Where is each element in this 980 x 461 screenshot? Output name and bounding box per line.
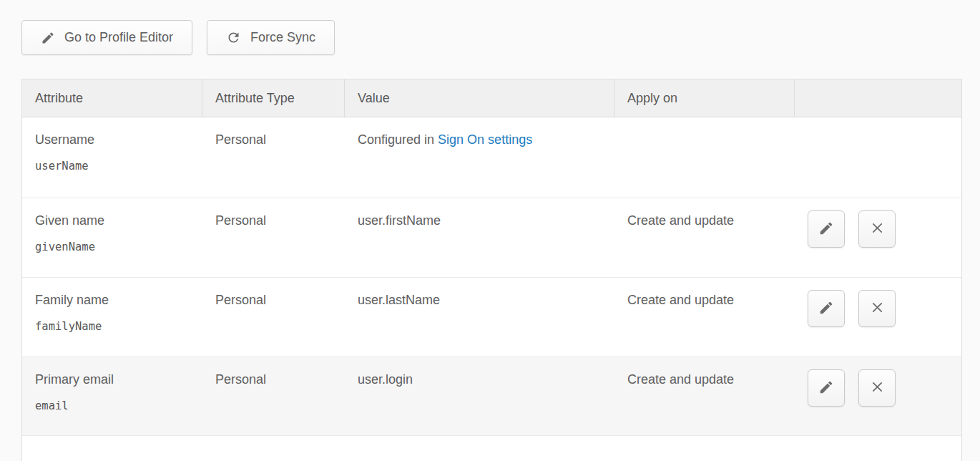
table-row-given-name: Given name givenName Personal user.first… bbox=[22, 198, 961, 277]
edit-attribute-button[interactable] bbox=[808, 290, 845, 327]
refresh-icon bbox=[226, 30, 241, 45]
pencil-icon bbox=[41, 31, 55, 45]
column-header-attribute-type: Attribute Type bbox=[202, 79, 345, 117]
attribute-mappings-table: Attribute Attribute Type Value Apply on … bbox=[21, 79, 962, 461]
attribute-cell: Primary email email bbox=[22, 357, 202, 435]
actions-cell bbox=[795, 117, 961, 198]
apply-on-cell bbox=[614, 117, 795, 198]
sign-on-settings-link[interactable]: Sign On settings bbox=[438, 132, 532, 147]
actions-cell bbox=[795, 357, 961, 435]
value-cell: user.firstName bbox=[345, 198, 614, 277]
delete-attribute-button[interactable] bbox=[858, 290, 896, 327]
attribute-variable: familyName bbox=[35, 320, 190, 333]
value-cell: user.login bbox=[345, 357, 614, 435]
pencil-icon bbox=[818, 220, 834, 238]
attribute-type-cell: Personal bbox=[202, 278, 345, 356]
attribute-label: Given name bbox=[35, 213, 190, 228]
go-to-profile-editor-label: Go to Profile Editor bbox=[64, 30, 173, 45]
toolbar: Go to Profile Editor Force Sync bbox=[21, 20, 962, 55]
attribute-type-cell: Personal bbox=[202, 117, 345, 198]
pencil-icon bbox=[818, 300, 834, 318]
table-row-partial bbox=[22, 435, 961, 461]
force-sync-button[interactable]: Force Sync bbox=[207, 20, 335, 55]
table-header: Attribute Attribute Type Value Apply on bbox=[22, 79, 961, 117]
column-header-value: Value bbox=[345, 79, 614, 117]
column-header-attribute: Attribute bbox=[22, 79, 202, 117]
x-icon bbox=[870, 379, 885, 397]
attribute-label: Primary email bbox=[35, 372, 190, 387]
value-cell: user.lastName bbox=[345, 278, 614, 356]
table-row-primary-email: Primary email email Personal user.login … bbox=[22, 356, 961, 435]
actions-cell bbox=[795, 278, 961, 356]
attribute-cell: Given name givenName bbox=[22, 198, 202, 277]
attribute-variable: givenName bbox=[35, 241, 190, 253]
attribute-type-cell: Personal bbox=[202, 357, 345, 435]
column-header-apply-on: Apply on bbox=[614, 79, 795, 117]
edit-attribute-button[interactable] bbox=[808, 210, 845, 248]
attribute-cell: Family name familyName bbox=[22, 278, 202, 356]
attribute-variable: email bbox=[35, 399, 190, 412]
apply-on-cell: Create and update bbox=[614, 198, 795, 277]
table-row-username: Username userName Personal Configured in… bbox=[22, 117, 961, 198]
apply-on-cell: Create and update bbox=[614, 357, 795, 435]
attribute-mappings-page: Go to Profile Editor Force Sync Attribut… bbox=[0, 0, 980, 461]
column-header-actions bbox=[795, 79, 961, 117]
delete-attribute-button[interactable] bbox=[858, 369, 896, 407]
attribute-label: Username bbox=[35, 132, 190, 147]
force-sync-label: Force Sync bbox=[250, 30, 315, 45]
go-to-profile-editor-button[interactable]: Go to Profile Editor bbox=[21, 20, 192, 55]
value-cell: Configured in Sign On settings bbox=[345, 117, 614, 198]
actions-cell bbox=[795, 198, 961, 277]
x-icon bbox=[870, 300, 885, 317]
delete-attribute-button[interactable] bbox=[858, 210, 896, 248]
x-icon bbox=[870, 220, 885, 238]
table-row-family-name: Family name familyName Personal user.las… bbox=[22, 277, 961, 356]
apply-on-cell: Create and update bbox=[614, 278, 795, 356]
attribute-type-cell: Personal bbox=[202, 198, 345, 277]
attribute-label: Family name bbox=[35, 293, 190, 308]
pencil-icon bbox=[818, 379, 834, 397]
value-prefix: Configured in bbox=[358, 132, 438, 147]
attribute-cell: Username userName bbox=[22, 117, 202, 198]
attribute-variable: userName bbox=[35, 160, 190, 173]
edit-attribute-button[interactable] bbox=[808, 369, 845, 407]
